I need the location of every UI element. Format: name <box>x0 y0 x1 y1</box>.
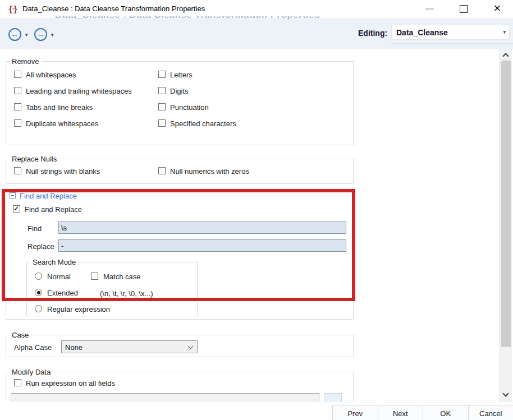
scrollbar-thumb[interactable] <box>501 61 511 347</box>
checkbox-null-numerics-zeros[interactable] <box>158 167 166 174</box>
group-case: Case Alpha Case None <box>6 335 354 357</box>
forward-icon: → <box>37 30 45 39</box>
properties-panel: Remove All whitespaces Letters Leading a… <box>0 49 498 402</box>
group-search-mode-legend: Search Mode <box>30 258 78 266</box>
ghost-heading: Data_Cleanse : Data Cleanse Transformati… <box>55 16 342 22</box>
group-find-replace: Find and Replace Find and Replace Find \… <box>6 196 354 320</box>
checkbox-leading-trailing-whitespaces[interactable] <box>14 87 21 94</box>
prev-button[interactable]: Prev <box>332 405 378 420</box>
back-button[interactable]: ← <box>8 28 21 41</box>
forward-dropdown-caret-icon[interactable]: ▾ <box>51 32 54 38</box>
maximize-icon[interactable] <box>460 5 468 13</box>
group-search-mode: Search Mode Normal Match case Extended (… <box>26 262 198 316</box>
group-replace-nulls: Replace Nulls Null strings with blanks N… <box>6 159 354 184</box>
radio-regular-expression-label[interactable]: Regular expression <box>47 305 110 313</box>
close-icon[interactable]: × <box>491 1 504 16</box>
extended-hint: (\n, \t, \r, \0, \x...) <box>100 289 153 298</box>
replace-input[interactable]: - <box>58 239 346 252</box>
minimize-icon[interactable] <box>425 8 434 10</box>
vertical-scrollbar[interactable] <box>499 49 512 402</box>
checkbox-digits-label[interactable]: Digits <box>170 87 189 95</box>
radio-normal-label[interactable]: Normal <box>47 273 71 281</box>
checkbox-find-replace-enable-label[interactable]: Find and Replace <box>25 205 82 214</box>
checkbox-all-whitespaces-label[interactable]: All whitespaces <box>26 71 76 79</box>
expression-input[interactable] <box>11 393 319 402</box>
ok-button[interactable]: OK <box>423 405 469 420</box>
find-label: Find <box>28 224 42 233</box>
editing-underline <box>391 43 513 44</box>
checkbox-digits[interactable] <box>158 87 166 94</box>
checkbox-all-whitespaces[interactable] <box>14 71 21 78</box>
scrollbar-up-icon[interactable] <box>502 53 509 59</box>
group-remove-legend: Remove <box>10 57 41 66</box>
radio-extended-label[interactable]: Extended <box>47 289 78 297</box>
editing-combobox[interactable]: Data_Cleanse ▾ <box>391 25 510 40</box>
checkbox-punctuation-label[interactable]: Punctuation <box>170 103 209 112</box>
group-find-replace-legend[interactable]: Find and Replace <box>17 192 79 200</box>
checkbox-specified-characters-label[interactable]: Specified characters <box>170 119 236 128</box>
checkbox-null-strings-blanks[interactable] <box>14 167 21 174</box>
radio-regular-expression[interactable] <box>35 305 42 312</box>
expression-browse-button[interactable] <box>324 393 342 402</box>
checkbox-duplicate-whitespaces[interactable] <box>14 119 21 127</box>
dialog-window: {···} Data_Cleanse : Data Cleanse Transf… <box>0 0 513 420</box>
collapse-icon[interactable] <box>10 192 16 199</box>
alpha-case-combobox[interactable]: None <box>61 340 198 353</box>
find-input[interactable]: \s <box>58 221 346 234</box>
forward-button[interactable]: → <box>34 28 47 41</box>
window-title: Data_Cleanse : Data Cleanse Transformati… <box>22 4 205 13</box>
checkbox-find-replace-enable[interactable] <box>13 205 20 213</box>
checkbox-null-numerics-zeros-label[interactable]: Null numerics with zeros <box>170 167 249 176</box>
checkbox-tabs-line-breaks[interactable] <box>14 103 21 110</box>
footer-button-bar: Prev Next OK Cancel <box>332 405 513 420</box>
checkbox-duplicate-whitespaces-label[interactable]: Duplicate whitespaces <box>26 119 98 128</box>
back-dropdown-caret-icon[interactable]: ▾ <box>25 32 28 38</box>
back-icon: ← <box>11 30 19 39</box>
group-remove: Remove All whitespaces Letters Leading a… <box>6 61 354 145</box>
next-button[interactable]: Next <box>378 405 424 420</box>
checkbox-letters[interactable] <box>158 71 166 78</box>
checkbox-run-expression-all-fields[interactable] <box>14 379 21 386</box>
chevron-down-icon <box>188 344 194 349</box>
radio-extended[interactable] <box>35 289 42 296</box>
scrollbar-down-icon[interactable] <box>502 390 509 396</box>
checkbox-run-expression-all-fields-label[interactable]: Run expression on all fields <box>26 379 115 387</box>
checkbox-punctuation[interactable] <box>158 103 166 110</box>
checkbox-match-case-label[interactable]: Match case <box>103 273 140 281</box>
checkbox-specified-characters[interactable] <box>158 119 166 127</box>
group-modify-data-legend: Modify Data <box>10 368 53 376</box>
alpha-case-combobox-value: None <box>65 343 83 352</box>
cancel-button[interactable]: Cancel <box>468 405 513 420</box>
group-case-legend: Case <box>10 331 31 339</box>
radio-normal[interactable] <box>35 273 42 280</box>
replace-label: Replace <box>28 242 54 251</box>
checkbox-tabs-line-breaks-label[interactable]: Tabs and line breaks <box>26 103 93 112</box>
checkbox-null-strings-blanks-label[interactable]: Null strings with blanks <box>26 167 100 176</box>
group-modify-data: Modify Data Run expression on all fields <box>6 372 354 402</box>
checkbox-letters-label[interactable]: Letters <box>170 71 193 79</box>
editing-combobox-value: Data_Cleanse <box>396 28 448 37</box>
checkbox-leading-trailing-whitespaces-label[interactable]: Leading and trailing whitespaces <box>26 87 132 95</box>
alpha-case-label: Alpha Case <box>14 343 52 352</box>
checkbox-match-case[interactable] <box>91 273 98 280</box>
editing-label: Editing: <box>358 29 387 38</box>
group-replace-nulls-legend: Replace Nulls <box>10 155 59 163</box>
chevron-down-icon: ▾ <box>503 29 506 35</box>
title-bar: {···} Data_Cleanse : Data Cleanse Transf… <box>0 0 513 18</box>
app-icon: {···} <box>9 4 17 13</box>
